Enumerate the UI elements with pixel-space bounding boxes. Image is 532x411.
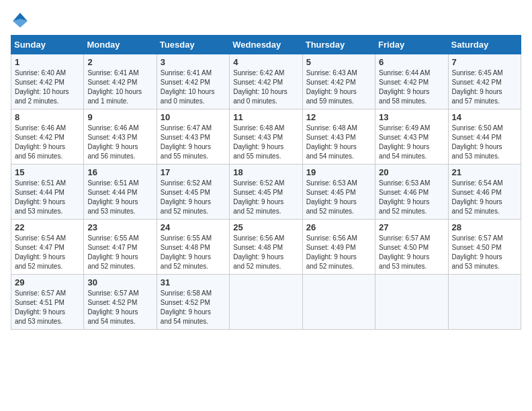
cell-details: Sunrise: 6:58 AMSunset: 4:52 PMDaylight:… [161,289,226,326]
day-number: 24 [161,222,226,232]
calendar-cell: 29Sunrise: 6:57 AMSunset: 4:51 PMDayligh… [11,275,84,330]
day-number: 31 [161,277,226,287]
week-row-5: 29Sunrise: 6:57 AMSunset: 4:51 PMDayligh… [11,275,521,330]
cell-details: Sunrise: 6:57 AMSunset: 4:51 PMDaylight:… [15,289,80,326]
calendar-cell: 2Sunrise: 6:41 AMSunset: 4:42 PMDaylight… [84,54,157,109]
header-friday: Friday [375,36,448,54]
day-number: 3 [161,57,226,67]
calendar-cell: 1Sunrise: 6:40 AMSunset: 4:42 PMDaylight… [11,54,84,109]
cell-details: Sunrise: 6:44 AMSunset: 4:42 PMDaylight:… [379,68,444,106]
calendar-cell: 6Sunrise: 6:44 AMSunset: 4:42 PMDaylight… [375,54,448,109]
calendar-cell: 28Sunrise: 6:57 AMSunset: 4:50 PMDayligh… [448,220,521,275]
cell-details: Sunrise: 6:41 AMSunset: 4:42 PMDaylight:… [161,68,226,106]
cell-details: Sunrise: 6:53 AMSunset: 4:45 PMDaylight:… [306,179,371,216]
day-number: 27 [379,222,444,232]
cell-details: Sunrise: 6:46 AMSunset: 4:43 PMDaylight:… [87,124,152,161]
calendar-cell: 16Sunrise: 6:51 AMSunset: 4:44 PMDayligh… [84,165,157,220]
calendar-cell: 8Sunrise: 6:46 AMSunset: 4:42 PMDaylight… [11,109,84,165]
calendar-cell: 18Sunrise: 6:52 AMSunset: 4:45 PMDayligh… [230,165,302,220]
calendar-cell: 21Sunrise: 6:54 AMSunset: 4:46 PMDayligh… [448,165,521,220]
day-number: 9 [87,112,152,122]
day-number: 8 [15,112,80,122]
cell-details: Sunrise: 6:54 AMSunset: 4:47 PMDaylight:… [15,234,80,271]
logo-icon [11,11,30,30]
cell-details: Sunrise: 6:55 AMSunset: 4:48 PMDaylight:… [161,234,226,271]
day-number: 4 [233,57,298,67]
day-number: 28 [452,222,517,232]
calendar-cell: 5Sunrise: 6:43 AMSunset: 4:42 PMDaylight… [302,54,375,109]
day-number: 21 [452,167,517,177]
page-header [11,11,521,30]
calendar-cell: 24Sunrise: 6:55 AMSunset: 4:48 PMDayligh… [157,220,229,275]
calendar-cell: 26Sunrise: 6:56 AMSunset: 4:49 PMDayligh… [302,220,375,275]
header-tuesday: Tuesday [157,36,229,54]
cell-details: Sunrise: 6:57 AMSunset: 4:52 PMDaylight:… [87,289,152,326]
cell-details: Sunrise: 6:56 AMSunset: 4:49 PMDaylight:… [306,234,371,271]
calendar-cell: 10Sunrise: 6:47 AMSunset: 4:43 PMDayligh… [157,109,229,165]
cell-details: Sunrise: 6:50 AMSunset: 4:44 PMDaylight:… [452,124,517,161]
day-number: 12 [306,112,371,122]
header-wednesday: Wednesday [230,36,302,54]
cell-details: Sunrise: 6:53 AMSunset: 4:46 PMDaylight:… [379,179,444,216]
calendar-header: SundayMondayTuesdayWednesdayThursdayFrid… [11,36,521,54]
day-number: 20 [379,167,444,177]
week-row-1: 1Sunrise: 6:40 AMSunset: 4:42 PMDaylight… [11,54,521,109]
cell-details: Sunrise: 6:41 AMSunset: 4:42 PMDaylight:… [87,68,152,106]
header-sunday: Sunday [11,36,84,54]
calendar-cell: 19Sunrise: 6:53 AMSunset: 4:45 PMDayligh… [302,165,375,220]
day-number: 10 [161,112,226,122]
day-number: 1 [15,57,80,67]
cell-details: Sunrise: 6:57 AMSunset: 4:50 PMDaylight:… [452,234,517,271]
week-row-3: 15Sunrise: 6:51 AMSunset: 4:44 PMDayligh… [11,165,521,220]
day-number: 29 [15,277,80,287]
day-number: 7 [452,57,517,67]
day-number: 18 [233,167,298,177]
day-number: 2 [87,57,152,67]
cell-details: Sunrise: 6:43 AMSunset: 4:42 PMDaylight:… [306,68,371,106]
calendar-cell: 13Sunrise: 6:49 AMSunset: 4:43 PMDayligh… [375,109,448,165]
week-row-2: 8Sunrise: 6:46 AMSunset: 4:42 PMDaylight… [11,109,521,165]
calendar-cell: 12Sunrise: 6:48 AMSunset: 4:43 PMDayligh… [302,109,375,165]
calendar-cell [302,275,375,330]
calendar-cell: 23Sunrise: 6:55 AMSunset: 4:47 PMDayligh… [84,220,157,275]
cell-details: Sunrise: 6:45 AMSunset: 4:42 PMDaylight:… [452,68,517,106]
cell-details: Sunrise: 6:48 AMSunset: 4:43 PMDaylight:… [306,124,371,161]
cell-details: Sunrise: 6:49 AMSunset: 4:43 PMDaylight:… [379,124,444,161]
day-number: 6 [379,57,444,67]
cell-details: Sunrise: 6:56 AMSunset: 4:48 PMDaylight:… [233,234,298,271]
cell-details: Sunrise: 6:57 AMSunset: 4:50 PMDaylight:… [379,234,444,271]
calendar-cell: 3Sunrise: 6:41 AMSunset: 4:42 PMDaylight… [157,54,229,109]
day-number: 25 [233,222,298,232]
calendar-cell: 9Sunrise: 6:46 AMSunset: 4:43 PMDaylight… [84,109,157,165]
cell-details: Sunrise: 6:54 AMSunset: 4:46 PMDaylight:… [452,179,517,216]
cell-details: Sunrise: 6:52 AMSunset: 4:45 PMDaylight:… [233,179,298,216]
calendar-cell [448,275,521,330]
day-number: 11 [233,112,298,122]
day-number: 16 [87,167,152,177]
calendar-cell: 22Sunrise: 6:54 AMSunset: 4:47 PMDayligh… [11,220,84,275]
calendar-cell: 30Sunrise: 6:57 AMSunset: 4:52 PMDayligh… [84,275,157,330]
cell-details: Sunrise: 6:47 AMSunset: 4:43 PMDaylight:… [161,124,226,161]
day-number: 26 [306,222,371,232]
day-number: 17 [161,167,226,177]
calendar-cell: 31Sunrise: 6:58 AMSunset: 4:52 PMDayligh… [157,275,229,330]
day-number: 22 [15,222,80,232]
calendar-cell: 14Sunrise: 6:50 AMSunset: 4:44 PMDayligh… [448,109,521,165]
header-thursday: Thursday [302,36,375,54]
day-number: 5 [306,57,371,67]
cell-details: Sunrise: 6:52 AMSunset: 4:45 PMDaylight:… [161,179,226,216]
day-number: 14 [452,112,517,122]
day-number: 19 [306,167,371,177]
calendar-cell: 11Sunrise: 6:48 AMSunset: 4:43 PMDayligh… [230,109,302,165]
calendar-cell [375,275,448,330]
day-number: 15 [15,167,80,177]
cell-details: Sunrise: 6:48 AMSunset: 4:43 PMDaylight:… [233,124,298,161]
day-number: 30 [87,277,152,287]
cell-details: Sunrise: 6:51 AMSunset: 4:44 PMDaylight:… [15,179,80,216]
calendar-cell: 20Sunrise: 6:53 AMSunset: 4:46 PMDayligh… [375,165,448,220]
logo [11,11,32,30]
week-row-4: 22Sunrise: 6:54 AMSunset: 4:47 PMDayligh… [11,220,521,275]
cell-details: Sunrise: 6:51 AMSunset: 4:44 PMDaylight:… [87,179,152,216]
header-monday: Monday [84,36,157,54]
calendar-table: SundayMondayTuesdayWednesdayThursdayFrid… [11,35,521,330]
